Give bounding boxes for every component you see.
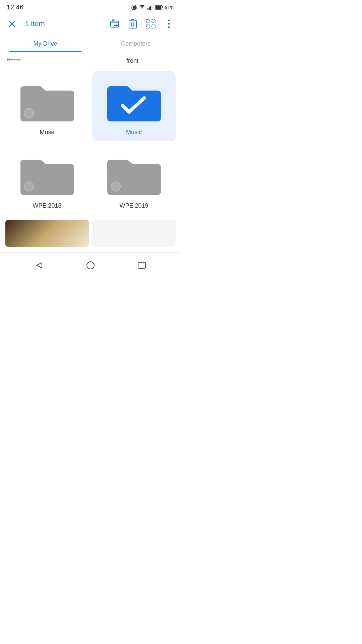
bottom-item-blank[interactable] (92, 220, 176, 247)
recents-button[interactable] (134, 258, 149, 273)
more-options-button[interactable] (164, 18, 174, 29)
tab-my-drive[interactable]: My Drive (0, 34, 90, 52)
back-button[interactable] (32, 258, 47, 273)
folder-item-wpe2018[interactable]: WPE 2018 (5, 145, 89, 215)
move-button[interactable] (109, 18, 120, 29)
svg-point-28 (168, 20, 170, 21)
select-circle-wpe2019[interactable] (111, 181, 121, 192)
svg-rect-1 (133, 6, 135, 9)
folder-icon-wpe2019 (104, 151, 164, 198)
svg-rect-8 (147, 8, 148, 10)
svg-rect-19 (129, 21, 136, 28)
home-button[interactable] (83, 258, 98, 273)
vibrate-icon (131, 4, 137, 11)
item-count: 1 item (25, 19, 102, 28)
partial-left-text: HTTS (7, 52, 90, 66)
select-circle-wpe2018[interactable] (24, 181, 34, 192)
svg-rect-9 (149, 7, 150, 10)
svg-rect-10 (150, 6, 151, 10)
select-all-button[interactable] (145, 18, 156, 29)
svg-rect-27 (152, 25, 155, 28)
bottom-partial-row (0, 220, 181, 252)
folder-name-wpe2018: WPE 2018 (33, 202, 61, 209)
partial-right-text: front (90, 52, 174, 66)
signal-icon (147, 5, 153, 10)
status-time: 12:46 (7, 3, 23, 11)
status-icons: 91% (131, 4, 174, 11)
folder-icon-wpe2018 (17, 151, 77, 198)
svg-point-29 (168, 23, 170, 25)
select-circle-muse[interactable] (24, 108, 34, 118)
svg-rect-25 (152, 19, 155, 23)
svg-marker-31 (37, 263, 42, 268)
bottom-item-image[interactable] (5, 220, 89, 247)
wifi-icon (139, 5, 145, 10)
svg-rect-14 (155, 6, 161, 9)
folder-icon-muse (17, 78, 77, 125)
close-button[interactable] (7, 18, 17, 29)
tab-computers[interactable]: Computers (90, 34, 181, 52)
partial-folder-row: HTTS front (0, 52, 181, 66)
folder-item-music[interactable]: Music (92, 71, 176, 141)
folder-item-muse[interactable]: Muse (5, 71, 89, 141)
battery-icon (155, 5, 163, 10)
svg-rect-33 (138, 262, 145, 268)
svg-rect-24 (146, 19, 150, 23)
folder-name-music: Music (126, 129, 142, 136)
folder-grid: Muse Music WPE 2018 WPE 201 (0, 66, 181, 220)
svg-point-30 (168, 26, 170, 28)
svg-rect-13 (162, 6, 163, 8)
status-bar: 12:46 (0, 0, 181, 14)
folder-item-wpe2019[interactable]: WPE 2019 (92, 145, 176, 215)
svg-rect-17 (111, 21, 119, 27)
folder-icon-music (104, 78, 164, 125)
svg-rect-26 (146, 25, 150, 28)
folder-name-wpe2019: WPE 2019 (119, 202, 148, 209)
battery-percentage: 91% (165, 5, 174, 10)
tabs: My Drive Computers (0, 34, 181, 52)
delete-button[interactable] (127, 18, 138, 29)
svg-point-32 (87, 262, 94, 269)
svg-rect-11 (152, 5, 153, 10)
nav-bar (0, 252, 181, 279)
action-bar: 1 item (0, 14, 181, 34)
folder-name-muse: Muse (40, 129, 54, 136)
